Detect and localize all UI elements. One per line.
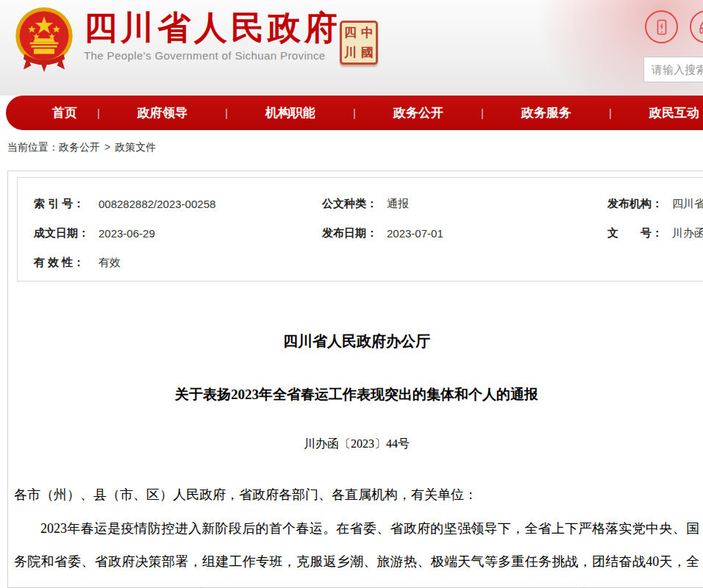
nav-separator: | [479,107,485,119]
document-salutation: 各市（州）、县（市、区）人民政府，省政府各部门、各直属机构，有关单位： [14,486,699,503]
nav-separator: | [224,107,229,119]
main-nav: 首页 | 政府领导 | 机构职能 | 政务公开 | 政务服务 | 政民互动 [6,96,703,130]
document-meta-table: 索 引 号： 008282882/2023-00258 公文种类： 通报 发布机… [17,177,703,282]
meta-value: 2023-07-01 [387,227,443,240]
nav-item-org-functions[interactable]: 机构职能 [229,104,352,121]
meta-doc-type: 公文种类： 通报 [322,196,607,212]
meta-label: 公文种类： [322,197,382,211]
meta-value: 有效 [99,256,121,270]
seal-char: 川 [342,43,359,62]
search-input[interactable] [643,57,703,82]
nav-separator: | [352,107,357,119]
site-title[interactable]: 四川省人民政府 [84,9,341,47]
meta-index-number: 索 引 号： 008282882/2023-00258 [34,196,322,212]
document-body: 四川省人民政府办公厅 关于表扬2023年全省春运工作表现突出的集体和个人的通报 … [14,323,699,588]
nav-item-interaction[interactable]: 政民互动 [613,104,703,121]
meta-issuing-agency: 发布机构： 四川省人民政府办公厅 [607,196,703,212]
meta-publish-date: 发布日期： 2023-07-01 [322,225,607,241]
nav-item-gov-info[interactable]: 政务公开 [357,104,479,121]
nav-separator: | [607,107,613,119]
nav-separator: | [96,107,101,119]
meta-label: 有 效 性： [34,256,94,270]
headset-glyph [697,18,703,37]
meta-value: 四川省人民政府办公厅 [672,197,703,211]
meta-label: 文 号： [607,226,668,240]
meta-value: 008282882/2023-00258 [99,198,215,210]
nav-item-gov-services[interactable]: 政务服务 [485,104,607,121]
seal-char: 中 [359,23,376,43]
meta-validity: 有 效 性： 有效 [34,254,322,270]
document-org-title: 四川省人民政府办公厅 [14,331,699,351]
site-subtitle: The People's Government of Sichuan Provi… [84,49,341,62]
nav-item-home[interactable]: 首页 [34,104,96,121]
meta-doc-number: 文 号： 川办函〔2023〕44号 [607,225,703,241]
meta-value: 通报 [387,197,409,211]
meta-label: 成文日期： [34,226,94,240]
breadcrumb-separator: > [104,141,110,153]
document-paragraph: 2023年春运是疫情防控进入新阶段后的首个春运。在省委、省政府的坚强领导下，全省… [14,512,699,588]
breadcrumb: 当前位置：政务公开>政策文件 [7,141,156,154]
breadcrumb-link-gov-info[interactable]: 政务公开 [59,141,100,153]
meta-written-date: 成文日期： 2023-06-29 [34,225,322,241]
document-panel: 索 引 号： 008282882/2023-00258 公文种类： 通报 发布机… [7,171,703,588]
mobile-phone-glyph [652,18,671,37]
china-sichuan-seal: 四 中 川 國 [340,21,378,65]
document-number: 川办函〔2023〕44号 [14,437,699,452]
mobile-phone-icon[interactable] [645,10,678,43]
breadcrumb-label: 当前位置： [7,141,59,153]
meta-value: 2023-06-29 [99,227,155,240]
site-header: 四川省人民政府 The People's Government of Sichu… [0,0,703,96]
site-title-block: 四川省人民政府 The People's Government of Sichu… [84,9,341,62]
seal-char: 國 [359,43,376,62]
meta-label: 发布日期： [322,226,382,240]
national-emblem-icon [12,4,76,75]
breadcrumb-link-policy-docs[interactable]: 政策文件 [115,141,156,153]
document-title: 关于表扬2023年全省春运工作表现突出的集体和个人的通报 [14,385,699,404]
meta-value: 川办函〔2023〕44号 [672,226,703,240]
nav-item-gov-leaders[interactable]: 政府领导 [101,104,224,121]
seal-char: 四 [342,23,359,43]
national-emblem-logo[interactable] [12,4,76,75]
meta-label: 索 引 号： [34,197,94,211]
meta-label: 发布机构： [607,197,668,211]
